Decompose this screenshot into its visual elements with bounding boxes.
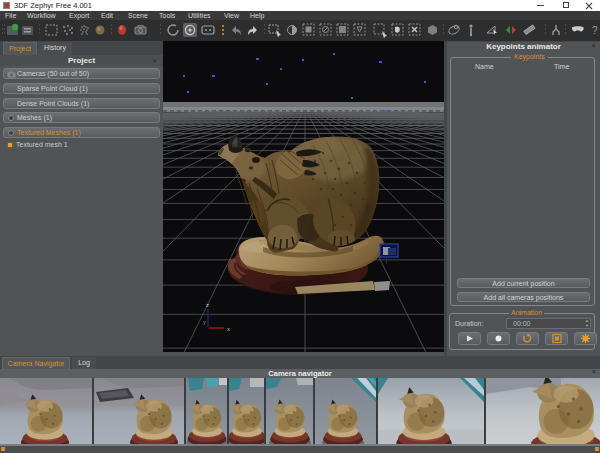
svg-text:y: y bbox=[203, 319, 206, 325]
svg-text:z: z bbox=[206, 302, 209, 308]
svg-text:?: ? bbox=[592, 25, 598, 36]
svg-text:x: x bbox=[227, 326, 230, 332]
